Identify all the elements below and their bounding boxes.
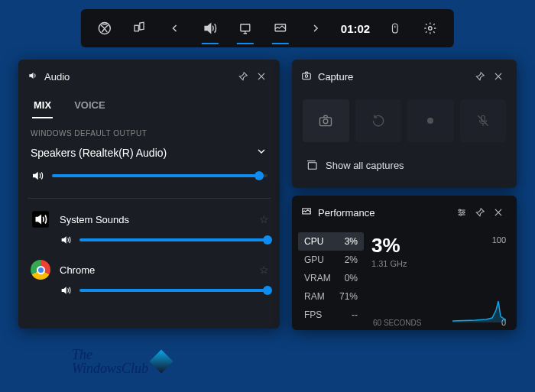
volume-icon	[60, 234, 72, 246]
metric-chart: 3% 1.31 GHz 100 0 60 SECONDS	[364, 229, 517, 333]
watermark-line1: The	[72, 348, 148, 361]
svg-point-6	[429, 27, 433, 31]
output-section-label: WINDOWS DEFAULT OUTPUT	[18, 118, 280, 142]
svg-rect-14	[308, 163, 316, 170]
y-max: 100	[492, 235, 506, 245]
svg-point-16	[459, 209, 461, 211]
chart-icon	[301, 206, 312, 219]
performance-panel: Performance CPU3% GPU2% VRAM0% RAM71% FP…	[292, 196, 517, 330]
settings-icon[interactable]	[414, 14, 446, 43]
metric-cpu[interactable]: CPU3%	[298, 232, 364, 251]
metric-list: CPU3% GPU2% VRAM0% RAM71% FPS--	[292, 229, 364, 333]
watermark-line2: WindowsClub	[72, 361, 148, 375]
svg-rect-2	[140, 22, 144, 30]
next-icon[interactable]	[300, 14, 332, 43]
x-label: 60 SECONDS	[373, 319, 421, 327]
big-percent: 3%	[371, 234, 507, 258]
system-sounds-icon	[29, 208, 52, 231]
capture-panel: Capture Show all captures	[292, 60, 517, 188]
record-last-button[interactable]	[355, 99, 402, 142]
tab-voice[interactable]: VOICE	[73, 93, 106, 118]
chrome-slider[interactable]	[79, 289, 268, 292]
svg-rect-3	[241, 24, 250, 31]
xbox-icon[interactable]	[89, 14, 121, 43]
audio-icon[interactable]	[194, 14, 226, 43]
performance-icon[interactable]	[264, 14, 297, 43]
metric-vram[interactable]: VRAM0%	[298, 269, 364, 287]
svg-point-9	[305, 74, 308, 77]
sparkline	[452, 295, 506, 322]
metric-fps[interactable]: FPS--	[298, 306, 364, 324]
volume-icon	[60, 284, 72, 296]
tab-mix[interactable]: MIX	[32, 93, 53, 118]
divider	[28, 198, 271, 199]
chevron-down-icon[interactable]	[255, 145, 268, 160]
favorite-icon[interactable]: ☆	[259, 264, 269, 276]
screenshot-button[interactable]	[303, 99, 349, 142]
watermark-logo-icon	[149, 349, 173, 373]
favorite-icon[interactable]: ☆	[259, 213, 269, 225]
close-icon[interactable]	[489, 67, 507, 86]
audio-title: Audio	[44, 71, 70, 83]
metric-gpu[interactable]: GPU2%	[298, 251, 364, 269]
audio-panel: Audio MIX VOICE WINDOWS DEFAULT OUTPUT S…	[18, 60, 280, 329]
app-name: Chrome	[60, 264, 95, 276]
svg-point-11	[323, 119, 328, 124]
prev-icon[interactable]	[159, 14, 191, 43]
camera-icon	[301, 70, 312, 83]
close-icon[interactable]	[489, 203, 507, 222]
svg-rect-1	[135, 25, 138, 31]
record-button[interactable]	[407, 99, 454, 142]
metric-ram[interactable]: RAM71%	[298, 287, 364, 306]
svg-point-17	[462, 212, 464, 213]
mouse-icon[interactable]	[379, 14, 411, 43]
svg-point-18	[460, 214, 462, 215]
svg-point-12	[427, 118, 433, 124]
mic-off-button[interactable]	[460, 99, 507, 142]
svg-rect-8	[303, 73, 311, 79]
device-name: Speakers (Realtek(R) Audio)	[31, 147, 167, 159]
options-icon[interactable]	[452, 203, 471, 222]
capture-icon[interactable]	[229, 14, 261, 43]
pin-icon[interactable]	[471, 67, 489, 86]
clock-speed: 1.31 GHz	[371, 259, 507, 268]
pin-icon[interactable]	[471, 203, 489, 222]
app-name: System Sounds	[60, 214, 129, 225]
pin-icon[interactable]	[234, 67, 252, 86]
close-icon[interactable]	[252, 67, 271, 86]
capture-title: Capture	[318, 71, 353, 83]
chrome-icon	[29, 258, 52, 281]
performance-title: Performance	[318, 207, 374, 219]
show-all-captures-button[interactable]: Show all captures	[292, 148, 517, 182]
master-volume-slider[interactable]	[52, 174, 268, 177]
svg-rect-5	[393, 24, 398, 33]
system-sounds-slider[interactable]	[79, 238, 268, 241]
clock-label: 01:02	[335, 22, 376, 35]
volume-icon	[31, 169, 44, 183]
watermark: The WindowsClub	[72, 348, 170, 375]
game-bar-toolbar: 01:02	[81, 9, 454, 47]
widgets-icon[interactable]	[124, 14, 156, 43]
show-all-label: Show all captures	[326, 160, 404, 171]
speaker-icon	[28, 70, 38, 83]
